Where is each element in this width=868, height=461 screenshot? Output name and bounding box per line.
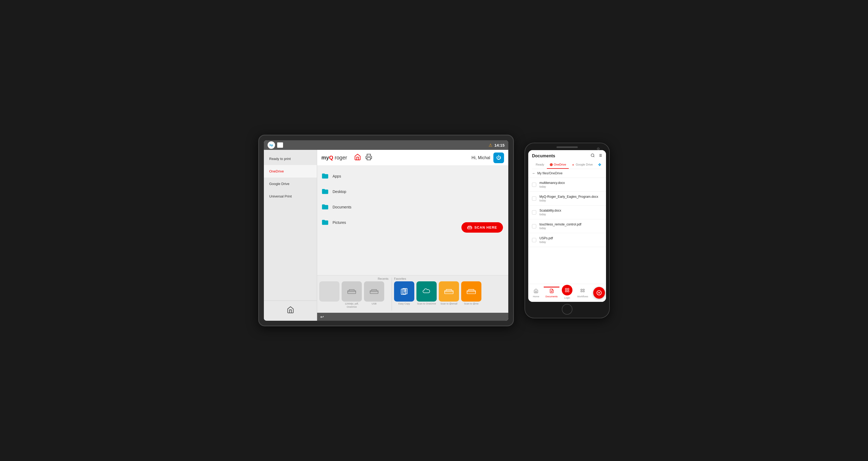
phone-nav-login-label: Login	[564, 297, 570, 299]
hp-logo: hp	[268, 141, 275, 149]
home-nav-icon[interactable]	[354, 154, 361, 162]
nav-icons	[354, 154, 372, 162]
phone-file-item-4[interactable]: touchless_remote_control.pdf today	[528, 219, 606, 233]
file-checkbox-4[interactable]	[532, 224, 536, 228]
content-header: myQ roger	[317, 150, 508, 166]
phone-header: Documents	[528, 150, 606, 169]
phone-tab-google-drive[interactable]: 🔺 Google Drive	[569, 161, 595, 169]
content-area: myQ roger	[317, 150, 508, 321]
file-checkbox-5[interactable]	[532, 238, 536, 242]
file-checkbox-2[interactable]	[532, 196, 536, 201]
header-right: Hi, Michal ⏻	[471, 153, 504, 163]
folder-item-desktop[interactable]: Desktop	[317, 185, 508, 199]
favorites-label: Favorites	[394, 277, 506, 280]
phone-file-list: multitenancy.docx today MyQ-Roger_Early_…	[528, 178, 606, 284]
phone-breadcrumb: ← My files/OneDrive	[528, 169, 606, 178]
recent-1200dpi-card[interactable]	[342, 281, 362, 302]
file-name-1: multitenancy.docx	[539, 181, 602, 185]
recent-1200dpi-label: 1200dpi, pdf,OneDrive	[345, 302, 359, 308]
phone-home-button[interactable]	[562, 304, 572, 315]
home-icon[interactable]	[287, 306, 294, 316]
recent-1200dpi-wrapper: 1200dpi, pdf,OneDrive	[342, 281, 362, 308]
file-info-1: multitenancy.docx today	[539, 181, 602, 188]
scan-here-button[interactable]: SCAN HERE	[461, 222, 503, 233]
phone-nav-documents[interactable]: Documents	[544, 286, 559, 300]
bottom-sections-row: Recents	[317, 275, 508, 313]
logo-roger: roger	[333, 155, 347, 161]
back-button[interactable]: ↩	[320, 314, 324, 319]
file-name-4: touchless_remote_control.pdf	[539, 223, 602, 226]
phone-nav-home[interactable]: Home	[528, 286, 544, 300]
printer-nav-icon[interactable]	[365, 154, 372, 162]
status-bar-indicator	[277, 142, 283, 148]
phone-speaker	[556, 146, 578, 148]
file-info-3: Scalability.docx today	[539, 209, 602, 216]
phone-nav-login[interactable]: Login	[559, 286, 575, 300]
file-name-2: MyQ-Roger_Early_Eagles_Program.docx	[539, 195, 602, 199]
folder-item-documents[interactable]: Documents	[317, 200, 508, 214]
phone-nav-workflows-label: Workflows	[577, 295, 588, 298]
phone-search-icon[interactable]	[591, 153, 595, 159]
file-browser: Apps Desktop	[317, 166, 508, 275]
svg-rect-1	[468, 227, 472, 229]
svg-rect-0	[367, 158, 370, 160]
sidebar: Ready to print OneDrive Google Drive Uni…	[264, 150, 317, 321]
svg-rect-12	[445, 291, 453, 294]
easy-copy-card[interactable]	[394, 281, 414, 302]
tablet-status-bar: hp ⚠ 14:15	[264, 140, 508, 150]
power-button[interactable]: ⏻	[493, 153, 504, 163]
sidebar-item-google-drive[interactable]: Google Drive	[264, 177, 317, 190]
folder-icon-documents	[321, 203, 329, 211]
scan-me-card[interactable]	[461, 281, 482, 302]
sidebar-item-universal-print[interactable]: Universal Print	[264, 190, 317, 203]
sidebar-item-onedrive[interactable]: OneDrive	[264, 165, 317, 177]
myq-logo: myQ roger	[321, 155, 347, 161]
file-info-5: USPs.pdf today	[539, 236, 602, 243]
phone-nav-workflows[interactable]: Workflows	[575, 286, 590, 300]
scan-email-card[interactable]	[439, 281, 459, 302]
file-info-4: touchless_remote_control.pdf today	[539, 223, 602, 230]
phone-title: Documents	[532, 154, 555, 158]
sidebar-home-icon-area	[264, 300, 317, 321]
phone-file-item-1[interactable]: multitenancy.docx today	[528, 178, 606, 192]
phone-filter-icon[interactable]	[598, 153, 602, 159]
workflows-nav-icon	[580, 289, 585, 295]
scan-email-label: Scan to @email	[440, 302, 458, 305]
phone-file-item-3[interactable]: Scalability.docx today	[528, 205, 606, 219]
phone-file-item-5[interactable]: USPs.pdf today	[528, 233, 606, 247]
phone-tab-onedrive[interactable]: 🔴 OneDrive	[547, 161, 569, 169]
phone-file-item-2[interactable]: MyQ-Roger_Early_Eagles_Program.docx toda…	[528, 192, 606, 205]
file-name-3: Scalability.docx	[539, 209, 602, 212]
phone-screen: Documents	[528, 150, 606, 302]
phone-tab-dr[interactable]: 💠 Dr	[595, 161, 602, 169]
phone-tabs: Ready 🔴 OneDrive 🔺 Google Drive 💠 Dr	[532, 161, 602, 169]
recents-cards: 1200dpi, pdf,OneDrive	[319, 281, 390, 308]
file-checkbox-1[interactable]	[532, 183, 536, 187]
phone-title-icons	[591, 153, 602, 159]
header-left: myQ roger	[321, 154, 372, 162]
folder-item-apps[interactable]: Apps	[317, 169, 508, 184]
svg-point-16	[591, 154, 594, 157]
file-checkbox-3[interactable]	[532, 210, 536, 215]
folder-name-desktop: Desktop	[333, 190, 346, 194]
recent-usb-label: USB	[372, 302, 377, 305]
phone-device: Documents	[525, 143, 610, 318]
phone-tab-ready[interactable]: Ready	[533, 161, 547, 169]
phone-fab-button[interactable]	[593, 287, 605, 299]
phone-nav-home-label: Home	[533, 295, 539, 298]
login-nav-circle[interactable]	[562, 285, 572, 295]
recent-usb-card[interactable]	[364, 281, 384, 302]
favorites-cards: Easy Copy Scan to OneDrive	[394, 281, 506, 305]
scan-me-wrapper: Scan to @me	[461, 281, 482, 305]
recents-label: Recents	[319, 277, 390, 280]
breadcrumb-back-arrow[interactable]: ←	[532, 171, 536, 175]
status-bar-right: ⚠ 14:15	[489, 143, 504, 148]
sidebar-item-ready-to-print[interactable]: Ready to print	[264, 153, 317, 165]
greeting-text: Hi, Michal	[471, 156, 490, 160]
scan-onedrive-card[interactable]	[416, 281, 437, 302]
tablet-screen: hp ⚠ 14:15 Ready to print OneDrive	[264, 140, 508, 321]
folder-list: Apps Desktop	[317, 169, 508, 230]
svg-rect-35	[581, 291, 582, 292]
recent-ghost-card	[319, 281, 339, 302]
status-bar-left: hp	[268, 141, 283, 149]
